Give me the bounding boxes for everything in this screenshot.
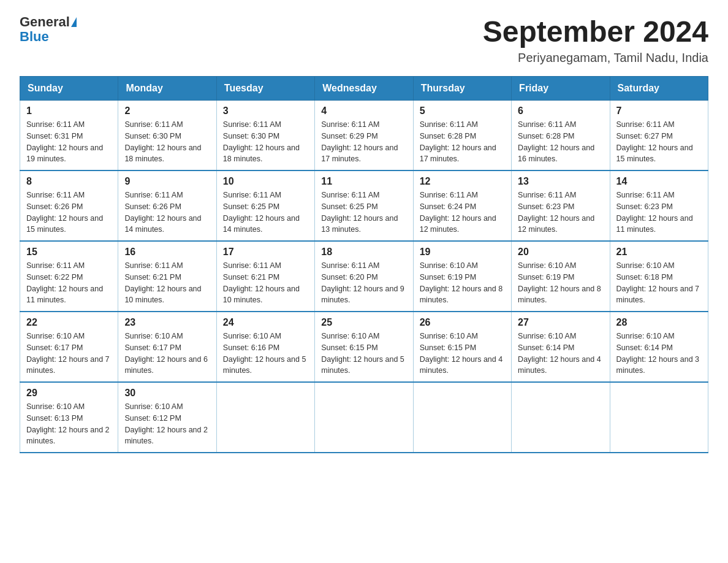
week-row: 29 Sunrise: 6:10 AMSunset: 6:13 PMDaylig… [20,382,708,453]
day-info: Sunrise: 6:11 AMSunset: 6:25 PMDaylight:… [321,191,398,234]
day-info: Sunrise: 6:11 AMSunset: 6:30 PMDaylight:… [223,120,300,163]
day-number: 8 [26,176,112,187]
logo-blue: Blue [20,29,49,44]
title-area: September 2024 Periyanegamam, Tamil Nadu… [483,15,708,65]
day-number: 20 [518,247,603,258]
table-row: 16 Sunrise: 6:11 AMSunset: 6:21 PMDaylig… [118,241,216,312]
table-row: 13 Sunrise: 6:11 AMSunset: 6:23 PMDaylig… [512,170,610,241]
day-number: 30 [124,388,210,399]
table-row: 28 Sunrise: 6:10 AMSunset: 6:14 PMDaylig… [610,312,708,382]
day-info: Sunrise: 6:11 AMSunset: 6:25 PMDaylight:… [223,191,300,234]
logo-triangle-icon [71,17,77,27]
day-info: Sunrise: 6:10 AMSunset: 6:13 PMDaylight:… [26,402,110,445]
table-row [315,382,413,453]
week-row: 15 Sunrise: 6:11 AMSunset: 6:22 PMDaylig… [20,241,708,312]
day-number: 3 [223,105,308,117]
logo: General Blue [20,15,77,44]
day-info: Sunrise: 6:11 AMSunset: 6:28 PMDaylight:… [420,120,496,163]
day-info: Sunrise: 6:11 AMSunset: 6:26 PMDaylight:… [26,191,103,234]
table-row: 2 Sunrise: 6:11 AMSunset: 6:30 PMDayligh… [118,101,216,171]
day-number: 13 [518,176,603,187]
table-row: 5 Sunrise: 6:11 AMSunset: 6:28 PMDayligh… [413,101,511,171]
col-thursday: Thursday [413,77,511,101]
table-row: 15 Sunrise: 6:11 AMSunset: 6:22 PMDaylig… [20,241,118,312]
table-row: 27 Sunrise: 6:10 AMSunset: 6:14 PMDaylig… [512,312,610,382]
day-info: Sunrise: 6:10 AMSunset: 6:15 PMDaylight:… [420,332,503,375]
table-row: 12 Sunrise: 6:11 AMSunset: 6:24 PMDaylig… [413,170,511,241]
day-number: 29 [26,388,112,399]
day-info: Sunrise: 6:11 AMSunset: 6:27 PMDaylight:… [616,120,693,163]
week-row: 1 Sunrise: 6:11 AMSunset: 6:31 PMDayligh… [20,101,708,171]
table-row: 20 Sunrise: 6:10 AMSunset: 6:19 PMDaylig… [512,241,610,312]
day-number: 11 [321,176,406,187]
day-number: 27 [518,317,603,328]
day-number: 4 [321,105,406,117]
calendar-title: September 2024 [483,15,708,48]
col-friday: Friday [512,77,610,101]
day-number: 24 [223,317,308,328]
day-info: Sunrise: 6:11 AMSunset: 6:23 PMDaylight:… [616,191,693,234]
table-row: 8 Sunrise: 6:11 AMSunset: 6:26 PMDayligh… [20,170,118,241]
day-info: Sunrise: 6:11 AMSunset: 6:31 PMDaylight:… [26,120,103,163]
day-number: 14 [616,176,702,187]
day-number: 6 [518,105,603,117]
day-number: 7 [616,105,702,117]
table-row: 18 Sunrise: 6:11 AMSunset: 6:20 PMDaylig… [315,241,413,312]
calendar-header-row: Sunday Monday Tuesday Wednesday Thursday… [20,77,708,101]
table-row: 19 Sunrise: 6:10 AMSunset: 6:19 PMDaylig… [413,241,511,312]
day-info: Sunrise: 6:11 AMSunset: 6:23 PMDaylight:… [518,191,594,234]
table-row [512,382,610,453]
day-info: Sunrise: 6:10 AMSunset: 6:18 PMDaylight:… [616,261,700,304]
day-number: 17 [223,247,308,258]
day-info: Sunrise: 6:10 AMSunset: 6:17 PMDaylight:… [124,332,208,375]
table-row: 21 Sunrise: 6:10 AMSunset: 6:18 PMDaylig… [610,241,708,312]
table-row: 24 Sunrise: 6:10 AMSunset: 6:16 PMDaylig… [216,312,314,382]
day-info: Sunrise: 6:11 AMSunset: 6:28 PMDaylight:… [518,120,594,163]
day-number: 9 [124,176,210,187]
page-header: General Blue September 2024 Periyanegama… [20,15,708,65]
day-number: 21 [616,247,702,258]
day-info: Sunrise: 6:10 AMSunset: 6:19 PMDaylight:… [518,261,601,304]
day-info: Sunrise: 6:11 AMSunset: 6:21 PMDaylight:… [223,261,300,304]
col-saturday: Saturday [610,77,708,101]
day-info: Sunrise: 6:11 AMSunset: 6:20 PMDaylight:… [321,261,404,304]
day-info: Sunrise: 6:10 AMSunset: 6:17 PMDaylight:… [26,332,110,375]
day-number: 12 [420,176,505,187]
day-info: Sunrise: 6:10 AMSunset: 6:14 PMDaylight:… [518,332,601,375]
day-info: Sunrise: 6:10 AMSunset: 6:15 PMDaylight:… [321,332,404,375]
table-row: 7 Sunrise: 6:11 AMSunset: 6:27 PMDayligh… [610,101,708,171]
day-info: Sunrise: 6:11 AMSunset: 6:26 PMDaylight:… [124,191,201,234]
table-row: 30 Sunrise: 6:10 AMSunset: 6:12 PMDaylig… [118,382,216,453]
table-row: 17 Sunrise: 6:11 AMSunset: 6:21 PMDaylig… [216,241,314,312]
table-row [610,382,708,453]
day-info: Sunrise: 6:10 AMSunset: 6:12 PMDaylight:… [124,402,208,445]
table-row [413,382,511,453]
day-info: Sunrise: 6:10 AMSunset: 6:14 PMDaylight:… [616,332,700,375]
table-row [216,382,314,453]
day-number: 22 [26,317,112,328]
day-info: Sunrise: 6:10 AMSunset: 6:19 PMDaylight:… [420,261,503,304]
day-number: 10 [223,176,308,187]
table-row: 26 Sunrise: 6:10 AMSunset: 6:15 PMDaylig… [413,312,511,382]
day-number: 26 [420,317,505,328]
day-info: Sunrise: 6:11 AMSunset: 6:22 PMDaylight:… [26,261,103,304]
day-info: Sunrise: 6:11 AMSunset: 6:24 PMDaylight:… [420,191,496,234]
day-info: Sunrise: 6:11 AMSunset: 6:29 PMDaylight:… [321,120,398,163]
day-number: 28 [616,317,702,328]
table-row: 6 Sunrise: 6:11 AMSunset: 6:28 PMDayligh… [512,101,610,171]
table-row: 9 Sunrise: 6:11 AMSunset: 6:26 PMDayligh… [118,170,216,241]
day-number: 23 [124,317,210,328]
calendar-subtitle: Periyanegamam, Tamil Nadu, India [483,51,708,65]
table-row: 3 Sunrise: 6:11 AMSunset: 6:30 PMDayligh… [216,101,314,171]
table-row: 10 Sunrise: 6:11 AMSunset: 6:25 PMDaylig… [216,170,314,241]
logo-general: General [20,15,70,29]
day-number: 15 [26,247,112,258]
day-info: Sunrise: 6:11 AMSunset: 6:21 PMDaylight:… [124,261,201,304]
col-monday: Monday [118,77,216,101]
day-number: 16 [124,247,210,258]
day-number: 1 [26,105,112,117]
week-row: 8 Sunrise: 6:11 AMSunset: 6:26 PMDayligh… [20,170,708,241]
day-info: Sunrise: 6:10 AMSunset: 6:16 PMDaylight:… [223,332,306,375]
calendar-table: Sunday Monday Tuesday Wednesday Thursday… [20,76,708,453]
table-row: 14 Sunrise: 6:11 AMSunset: 6:23 PMDaylig… [610,170,708,241]
